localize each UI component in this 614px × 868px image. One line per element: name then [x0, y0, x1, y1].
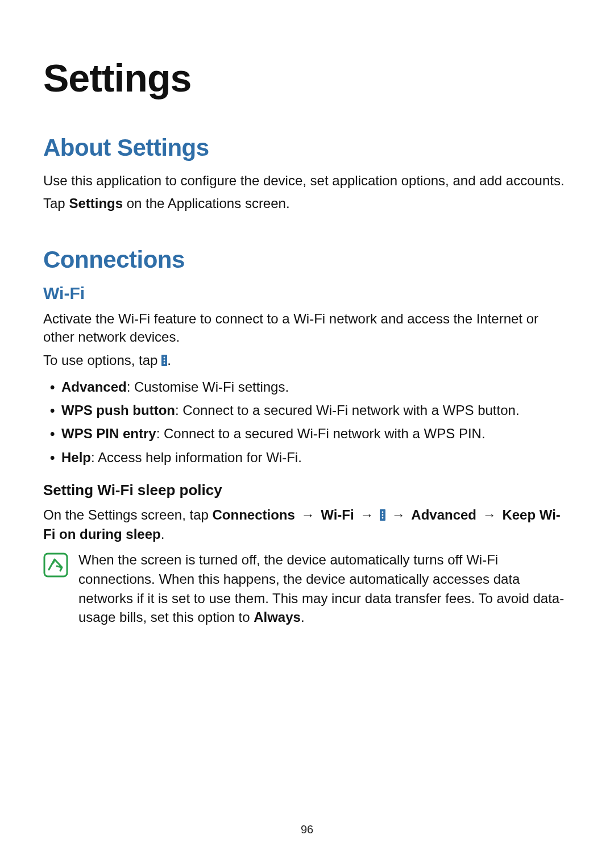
- note-block: When the screen is turned off, the devic…: [43, 550, 571, 626]
- about-settings-body-1: Use this application to configure the de…: [43, 172, 571, 190]
- connections-heading: Connections: [43, 246, 571, 273]
- option-desc: : Access help information for Wi-Fi.: [91, 450, 302, 465]
- list-item: Advanced: Customise Wi-Fi settings.: [61, 376, 571, 397]
- wifi-heading: Wi-Fi: [43, 284, 571, 303]
- option-name: Advanced: [61, 379, 127, 394]
- option-desc: : Customise Wi-Fi settings.: [127, 379, 289, 394]
- text-fragment: To use options, tap: [43, 352, 161, 368]
- wifi-sleep-policy-path: On the Settings screen, tap Connections …: [43, 506, 571, 544]
- wifi-subsection: Wi-Fi Activate the Wi-Fi feature to conn…: [43, 284, 571, 627]
- text-fragment: .: [167, 352, 171, 368]
- text-fragment: .: [161, 526, 165, 542]
- svg-point-7: [382, 517, 384, 518]
- option-desc: : Connect to a secured Wi-Fi network wit…: [156, 426, 486, 441]
- path-step-advanced: Advanced: [411, 507, 476, 522]
- about-settings-body-2: Tap Settings on the Applications screen.: [43, 194, 571, 213]
- text-fragment: on the Applications screen.: [123, 196, 290, 211]
- arrow-icon: →: [389, 506, 408, 524]
- page-number: 96: [0, 823, 614, 836]
- svg-point-3: [164, 362, 165, 364]
- arrow-icon: →: [299, 506, 317, 524]
- svg-point-1: [164, 356, 165, 358]
- arrow-icon: →: [480, 506, 499, 524]
- note-icon: [43, 553, 68, 580]
- list-item: WPS PIN entry: Connect to a secured Wi-F…: [61, 423, 571, 444]
- text-fragment: Tap: [43, 196, 69, 211]
- list-item: Help: Access help information for Wi-Fi.: [61, 447, 571, 468]
- path-step-connections: Connections: [213, 507, 295, 522]
- page-title: Settings: [43, 56, 571, 100]
- note-always: Always: [254, 609, 301, 625]
- path-step-wifi: Wi-Fi: [321, 507, 354, 522]
- svg-rect-8: [44, 554, 67, 576]
- option-name: Help: [61, 450, 91, 465]
- wifi-sleep-policy-heading: Setting Wi-Fi sleep policy: [43, 481, 571, 499]
- option-name: WPS PIN entry: [61, 426, 156, 441]
- text-fragment: On the Settings screen, tap: [43, 507, 213, 522]
- arrow-icon: →: [358, 506, 376, 524]
- note-text: When the screen is turned off, the devic…: [78, 550, 571, 626]
- list-item: WPS push button: Connect to a secured Wi…: [61, 400, 571, 421]
- svg-point-6: [382, 514, 384, 516]
- option-desc: : Connect to a secured Wi-Fi network wit…: [175, 402, 520, 418]
- settings-app-name: Settings: [69, 196, 123, 211]
- svg-point-5: [382, 511, 384, 513]
- wifi-options-line: To use options, tap .: [43, 351, 571, 371]
- text-fragment: .: [301, 609, 305, 625]
- about-settings-heading: About Settings: [43, 134, 571, 161]
- connections-section: Connections Wi-Fi Activate the Wi-Fi fea…: [43, 246, 571, 627]
- option-name: WPS push button: [61, 402, 175, 418]
- wifi-intro: Activate the Wi-Fi feature to connect to…: [43, 310, 571, 347]
- about-settings-section: About Settings Use this application to c…: [43, 134, 571, 213]
- svg-point-2: [164, 359, 165, 361]
- wifi-options-list: Advanced: Customise Wi-Fi settings. WPS …: [43, 376, 571, 468]
- more-options-icon: [161, 352, 167, 371]
- manual-page: Settings About Settings Use this applica…: [0, 0, 614, 868]
- text-fragment: When the screen is turned off, the devic…: [78, 552, 564, 625]
- more-options-icon: [380, 507, 385, 525]
